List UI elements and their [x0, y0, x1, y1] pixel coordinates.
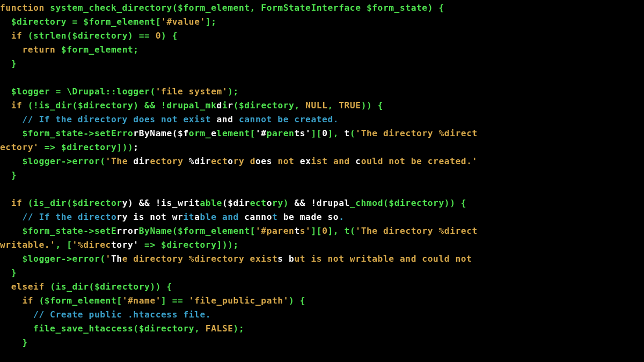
- code-line: function system_check_directory($form_el…: [0, 3, 444, 13]
- code-line: file_save_htaccess($directory, FALSE);: [0, 323, 244, 334]
- code-line: elseif (is_dir($directory)) {: [0, 282, 172, 292]
- code-line: if (!is_dir($directory) && !drupal_mkdir…: [0, 100, 383, 110]
- code-line: if (strlen($directory) == 0) {: [0, 31, 178, 41]
- code-line: if ($form_element['#name'] == 'file_publ…: [0, 295, 305, 306]
- code-line: }: [0, 268, 17, 278]
- code-line: if (is_dir($directory) && !is_writable($…: [0, 198, 466, 208]
- code-line: return $form_element;: [0, 45, 139, 55]
- code-line: $form_state->setErrorByName($form_elemen…: [0, 226, 478, 236]
- code-line: // If the directory is not writable and …: [0, 212, 345, 222]
- code-line: $logger = \Drupal::logger('file system')…: [0, 86, 239, 97]
- code-line: }: [0, 170, 17, 180]
- code-line: $logger->error('The directory %directory…: [0, 156, 478, 166]
- code-line: // Create public .htaccess file.: [0, 309, 211, 320]
- code-line: }: [0, 337, 28, 348]
- code-line: // If the directory does not exist and c…: [0, 114, 339, 124]
- code-block: function system_check_directory($form_el…: [0, 0, 644, 350]
- code-line: $logger->error('The directory %directory…: [0, 254, 478, 264]
- code-line: writable.', ['%directory' => $directory]…: [0, 240, 239, 250]
- code-line: $directory = $form_element['#value'];: [0, 17, 217, 27]
- code-line: }: [0, 58, 17, 69]
- code-line: ectory' => $directory]));: [0, 142, 139, 152]
- code-line: $form_state->setErrorByName($form_elemen…: [0, 128, 478, 138]
